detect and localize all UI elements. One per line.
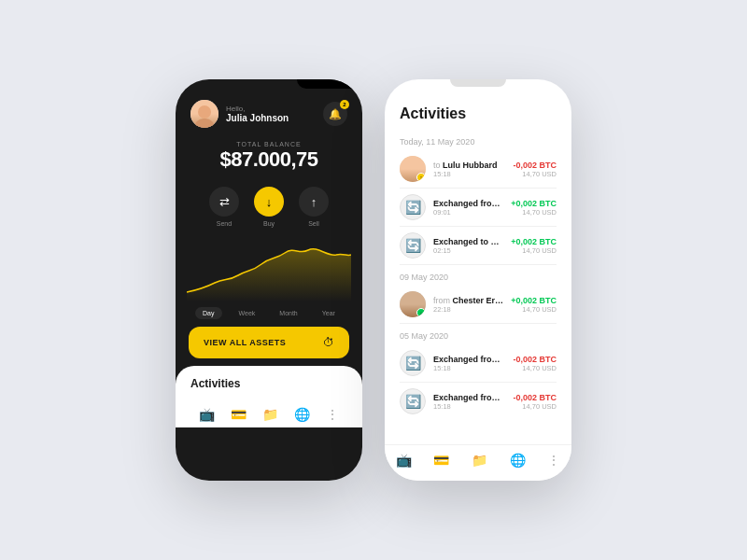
notification-badge: 2 (340, 100, 349, 109)
usd-amount-ex4: 14,70 USD (513, 402, 557, 411)
activity-item[interactable]: 🔄 Exchanged from USD 15:18 -0,002 BTC 14… (385, 344, 571, 382)
btc-amount-ex1: +0,002 BTC (511, 199, 557, 208)
nav-more-icon[interactable]: ⋮ (326, 407, 339, 422)
send-button[interactable]: ⇄ Send (209, 187, 239, 227)
time-filters: Day Week Month Year (176, 301, 362, 327)
activity-time-lulu: 15:18 (433, 170, 505, 178)
btc-amount-ex2: +0,002 BTC (511, 237, 557, 246)
balance-section: TOTAL BALANCE $87.000,75 (176, 133, 362, 181)
right-activities-header: Activities (385, 87, 571, 130)
activity-amounts-ex2: +0,002 BTC 14,70 USD (511, 237, 557, 255)
user-name: Julia Johnson (226, 113, 289, 123)
activity-amounts-ex3: -0,002 BTC 14,70 USD (513, 355, 557, 372)
activity-item[interactable]: 🔄 Exchanged to EUR 02:15 +0,002 BTC 14,7… (385, 227, 571, 264)
activity-avatar-exchange1: 🔄 (400, 194, 426, 220)
greeting-text: Hello, (226, 105, 289, 113)
activity-name-ex4: Exchanged from EUR (433, 393, 505, 402)
activity-name-chester: from Chester Erickson (433, 296, 503, 305)
activity-item[interactable]: ↓ from Chester Erickson 22:18 +0,002 BTC… (385, 286, 571, 323)
nav-card-icon[interactable]: 💳 (231, 407, 247, 422)
btc-amount-ex4: -0,002 BTC (513, 393, 557, 402)
person-badge-2: ↓ (416, 308, 426, 317)
sell-button[interactable]: ↑ Sell (299, 187, 329, 227)
balance-amount: $87.000,75 (176, 147, 362, 172)
usd-amount-ex1: 14,70 USD (511, 208, 557, 217)
activity-avatar-exchange3: 🔄 (400, 350, 426, 376)
buy-label: Buy (263, 220, 275, 227)
light-bottom-nav: 📺 💳 📁 🌐 ⋮ (385, 444, 571, 481)
activity-time-ex1: 09:01 (433, 208, 503, 217)
nav-folder-icon[interactable]: 📁 (262, 407, 278, 422)
nav-globe-icon[interactable]: 🌐 (294, 407, 310, 422)
send-label: Send (217, 220, 232, 227)
activity-info-ex1: Exchanged from USD 09:01 (433, 199, 503, 217)
activity-name-lulu: to Lulu Hubbard (433, 161, 505, 170)
view-assets-button[interactable]: VIEW ALL ASSETS ⏱ (189, 327, 349, 358)
bell-icon: 🔔 (329, 108, 342, 120)
person-badge-1: ↑ (416, 173, 426, 182)
activity-time-ex2: 02:15 (433, 246, 503, 255)
filter-day[interactable]: Day (195, 307, 221, 319)
activity-info-ex3: Exchanged from USD 15:18 (433, 355, 505, 372)
light-nav-folder-icon[interactable]: 📁 (472, 453, 487, 468)
buy-button[interactable]: ↓ Buy (254, 187, 284, 227)
btc-amount-lulu: -0,002 BTC (513, 161, 557, 170)
activity-info-ex4: Exchanged from EUR 15:18 (433, 393, 505, 411)
date-group-3: 05 May 2020 (385, 324, 571, 344)
activities-scroll: Today, 11 May 2020 ↑ to Lulu Hubbard 15:… (385, 130, 571, 481)
light-nav-card-icon[interactable]: 💳 (433, 453, 449, 468)
left-phone: Hello, Julia Johnson 🔔 2 TOTAL BALANCE $… (176, 79, 362, 481)
activity-name-ex1: Exchanged from USD (433, 199, 503, 208)
activity-info-lulu: to Lulu Hubbard 15:18 (433, 161, 505, 178)
user-info: Hello, Julia Johnson (190, 100, 289, 128)
activity-avatar-chester: ↓ (400, 291, 426, 317)
date-group-2: 09 May 2020 (385, 265, 571, 286)
filter-week[interactable]: Week (232, 307, 263, 319)
activity-amounts-lulu: -0,002 BTC 14,70 USD (513, 161, 557, 178)
action-buttons: ⇄ Send ↓ Buy ↑ Sell (176, 181, 362, 236)
btc-amount-chester: +0,002 BTC (511, 296, 557, 305)
activity-name-ex3: Exchanged from USD (433, 355, 505, 364)
light-nav-more-icon[interactable]: ⋮ (547, 453, 560, 468)
phones-container: Hello, Julia Johnson 🔔 2 TOTAL BALANCE $… (176, 79, 571, 481)
activity-item[interactable]: ↑ to Lulu Hubbard 15:18 -0,002 BTC 14,70… (385, 150, 571, 188)
btc-amount-ex3: -0,002 BTC (513, 355, 557, 364)
buy-icon: ↓ (254, 187, 284, 217)
filter-month[interactable]: Month (272, 307, 304, 319)
activity-amounts-chester: +0,002 BTC 14,70 USD (511, 296, 557, 314)
right-phone: Activities Today, 11 May 2020 ↑ to Lulu … (385, 79, 571, 481)
light-nav-home-icon[interactable]: 📺 (396, 453, 412, 468)
activity-info-chester: from Chester Erickson 22:18 (433, 296, 503, 314)
usd-amount-ex2: 14,70 USD (511, 246, 557, 255)
usd-amount-lulu: 14,70 USD (513, 170, 557, 178)
light-nav-globe-icon[interactable]: 🌐 (510, 453, 526, 468)
activity-time-chester: 22:18 (433, 305, 503, 314)
activity-name-ex2: Exchanged to EUR (433, 237, 503, 246)
date-group-1: Today, 11 May 2020 (385, 130, 571, 150)
activities-panel: Activities 📺 💳 📁 🌐 ⋮ (176, 366, 362, 427)
activity-time-ex3: 15:18 (433, 364, 505, 372)
activity-item[interactable]: 🔄 Exchanged from USD 09:01 +0,002 BTC 14… (385, 189, 571, 226)
usd-amount-ex3: 14,70 USD (513, 364, 557, 372)
avatar-face (190, 100, 218, 128)
activity-amounts-ex1: +0,002 BTC 14,70 USD (511, 199, 557, 217)
nav-home-icon[interactable]: 📺 (199, 407, 215, 422)
activity-avatar-lulu: ↑ (400, 156, 426, 182)
left-phone-header: Hello, Julia Johnson 🔔 2 (176, 89, 362, 133)
activity-amounts-ex4: -0,002 BTC 14,70 USD (513, 393, 557, 411)
balance-label: TOTAL BALANCE (176, 141, 362, 147)
greeting-block: Hello, Julia Johnson (226, 105, 289, 123)
activities-title: Activities (190, 377, 347, 390)
chart-area (187, 236, 351, 301)
activity-time-ex4: 15:18 (433, 402, 505, 411)
filter-year[interactable]: Year (315, 307, 343, 319)
bottom-nav: 📺 💳 📁 🌐 ⋮ (190, 399, 347, 427)
avatar (190, 100, 218, 128)
activity-item[interactable]: 🔄 Exchanged from EUR 15:18 -0,002 BTC 14… (385, 383, 571, 420)
notification-bell[interactable]: 🔔 2 (323, 102, 347, 126)
send-icon: ⇄ (209, 187, 239, 217)
light-notch (450, 79, 506, 87)
clock-icon: ⏱ (323, 336, 334, 349)
right-activities-title: Activities (400, 105, 557, 122)
usd-amount-chester: 14,70 USD (511, 305, 557, 314)
